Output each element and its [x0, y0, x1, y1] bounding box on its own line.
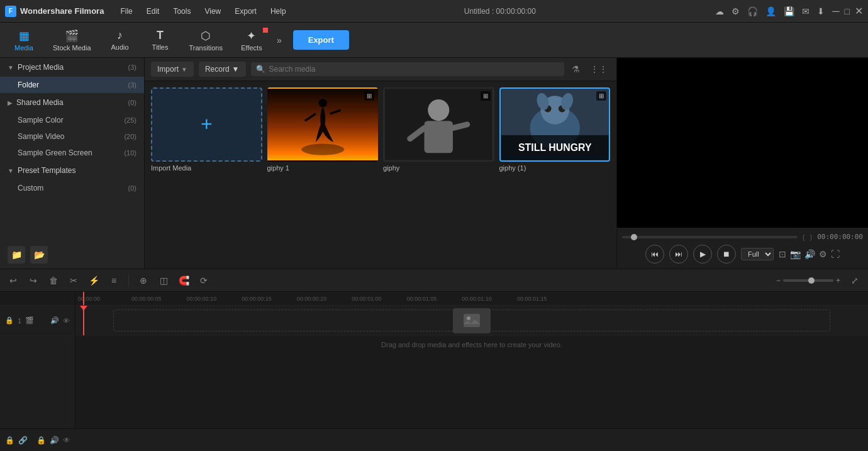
maximize-btn[interactable]: □ [845, 6, 850, 16]
download-icon[interactable]: ⬇ [817, 6, 825, 16]
play-btn[interactable]: ▶ [693, 245, 712, 264]
bracket-in[interactable]: { [803, 233, 805, 241]
search-input[interactable] [269, 65, 560, 74]
add-track-btn[interactable]: ⊕ [135, 272, 152, 289]
zoom-in-icon[interactable]: + [836, 276, 840, 285]
system-icons: ☁ ⚙ 🎧 👤 💾 ✉ ⬇ [715, 6, 825, 16]
expand-btn[interactable]: ⤢ [847, 272, 863, 289]
titles-icon: T [157, 29, 164, 42]
eye-track-icon[interactable]: 👁 [63, 317, 70, 325]
quality-select[interactable]: Full 1/2 1/4 [741, 248, 774, 260]
export-button[interactable]: Export [293, 30, 349, 50]
sidebar-item-sample-video[interactable]: Sample Video (20) [0, 128, 144, 145]
brightness-icon[interactable]: ⚙ [732, 6, 740, 16]
sidebar-section-preset-templates[interactable]: ▼ Preset Templates [0, 161, 144, 180]
sidebar-item-sample-color[interactable]: Sample Color (25) [0, 112, 144, 128]
close-btn[interactable]: ✕ [855, 5, 863, 17]
grid-view-icon[interactable]: ⋮⋮ [587, 63, 610, 75]
import-button[interactable]: Import ▼ [151, 62, 194, 77]
bottom-lock2[interactable]: 🔒 [36, 436, 46, 445]
import-thumb[interactable]: + [151, 87, 262, 162]
sidebar-preset-label: Preset Templates [18, 166, 76, 175]
menu-view[interactable]: View [198, 4, 227, 18]
fit-screen-icon[interactable]: ⊡ [779, 249, 786, 259]
volume-icon[interactable]: 🔊 [804, 249, 815, 259]
menu-help[interactable]: Help [264, 4, 292, 18]
toolbar-media[interactable]: ▦ Media [5, 25, 43, 55]
app-logo: F Wondershare Filmora [5, 6, 104, 17]
lock-icon-bottom[interactable]: 🔒 [5, 436, 14, 445]
prev-frame-btn[interactable]: ⏮ [645, 245, 664, 264]
bracket-out[interactable]: } [810, 233, 812, 241]
timeline-tracks: 00:00:00 00:00:00:05 00:00:00:10 00:00:0… [75, 292, 868, 428]
sidebar-item-custom[interactable]: Custom (0) [0, 180, 144, 196]
sidebar-shared-media-label: Shared Media [16, 98, 64, 107]
snap-btn[interactable]: ◫ [155, 272, 172, 289]
media-item-import[interactable]: + Import Media [151, 87, 262, 172]
media-item-giphy3[interactable]: STILL HUNGRY ⊞ giphy (1) [499, 87, 611, 172]
volume-bottom[interactable]: 🔊 [50, 436, 59, 445]
sidebar-footer: 📁 📂 [0, 241, 144, 269]
redo-btn[interactable]: ↪ [25, 272, 42, 289]
zoom-track[interactable] [783, 279, 833, 282]
new-folder-btn[interactable]: 📁 [8, 246, 25, 264]
toolbar-stock-media[interactable]: 🎬 Stock Media [45, 25, 99, 55]
media-item-giphy1[interactable]: ⊞ giphy 1 [267, 87, 379, 172]
zoom-thumb[interactable] [808, 277, 815, 284]
menu-tools[interactable]: Tools [167, 4, 197, 18]
zoom-out-icon[interactable]: − [776, 276, 781, 285]
eye-bottom[interactable]: 👁 [63, 436, 70, 445]
ruler-mark-100: 00:00:01:00 [352, 296, 382, 302]
sidebar-section-shared-media[interactable]: ▶ Shared Media (0) [0, 93, 144, 112]
filter-icon[interactable]: ⚗ [569, 63, 582, 75]
video-grid-icon: ⊞ [364, 91, 374, 101]
delete-btn[interactable]: 🗑 [45, 272, 62, 289]
notification-icon[interactable]: ✉ [802, 6, 810, 16]
sidebar-section-project-media[interactable]: ▼ Project Media (3) [0, 58, 144, 77]
menu-edit[interactable]: Edit [140, 4, 166, 18]
fullscreen-icon[interactable]: ⛶ [831, 249, 840, 259]
sidebar-item-sample-green[interactable]: Sample Green Screen (10) [0, 145, 144, 161]
drop-label: Drag and drop media and effects here to … [381, 341, 562, 348]
minimize-btn[interactable]: ─ [832, 6, 839, 17]
import-dropdown-arrow: ▼ [181, 66, 187, 73]
magnet-btn[interactable]: 🧲 [175, 272, 192, 289]
toolbar-audio[interactable]: ♪ Audio [101, 25, 139, 55]
svg-text:STILL HUNGRY: STILL HUNGRY [518, 142, 591, 153]
settings-tl-btn[interactable]: ≡ [106, 272, 122, 289]
toolbar-more-btn[interactable]: » [273, 33, 286, 48]
lock-icon[interactable]: 🔒 [5, 316, 14, 325]
volume-track-icon[interactable]: 🔊 [50, 316, 59, 325]
record-button[interactable]: Record ▼ [199, 62, 246, 77]
link-icon-bottom[interactable]: 🔗 [18, 436, 28, 445]
import-media-label: Import Media [151, 164, 262, 172]
toolbar-titles[interactable]: T Titles [142, 25, 179, 55]
undo-btn[interactable]: ↩ [5, 272, 21, 289]
color-btn[interactable]: ⚡ [86, 272, 102, 289]
menu-export[interactable]: Export [228, 4, 263, 18]
media-item-giphy2[interactable]: ⊞ giphy [383, 87, 494, 172]
logo-icon: F [5, 6, 16, 17]
sync-btn[interactable]: ⟳ [196, 272, 212, 289]
video-grid-icon2: ⊞ [481, 91, 491, 101]
svg-point-1 [318, 99, 327, 108]
svg-line-8 [453, 125, 467, 128]
sidebar-item-folder[interactable]: Folder (3) [0, 77, 144, 93]
ruler-mark-115: 00:00:01:15 [517, 296, 547, 302]
cut-btn[interactable]: ✂ [65, 272, 82, 289]
stop-btn[interactable]: ⏹ [717, 245, 736, 264]
toolbar-transitions[interactable]: ⬡ Transitions [182, 25, 230, 55]
screenshot-icon[interactable]: 📷 [790, 249, 801, 259]
menu-file[interactable]: File [114, 4, 138, 18]
cloud-icon[interactable]: ☁ [715, 6, 724, 16]
settings-icon[interactable]: ⚙ [819, 249, 827, 259]
user-icon[interactable]: 👤 [765, 6, 776, 16]
headphone-icon[interactable]: 🎧 [747, 6, 758, 16]
delete-folder-btn[interactable]: 📂 [30, 246, 48, 264]
save-icon[interactable]: 💾 [784, 6, 794, 16]
next-frame-btn[interactable]: ⏭ [669, 245, 688, 264]
svg-rect-6 [425, 121, 453, 153]
time-slider-handle[interactable] [631, 234, 637, 240]
time-slider[interactable] [622, 236, 798, 238]
video-grid-icon3: ⊞ [596, 91, 606, 101]
